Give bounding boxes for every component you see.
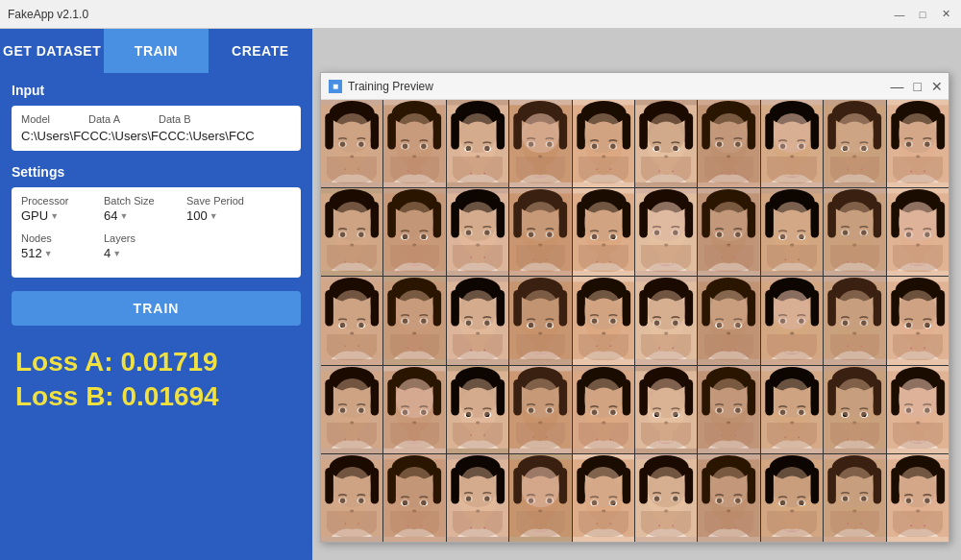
svg-rect-420: [827, 379, 836, 416]
svg-rect-421: [874, 379, 882, 416]
svg-rect-376: [577, 379, 585, 416]
tab-create[interactable]: CREATE: [209, 29, 312, 73]
train-button[interactable]: TRAIN: [12, 291, 301, 326]
svg-point-324: [904, 323, 913, 329]
nodes-dropdown-arrow[interactable]: ▼: [44, 249, 53, 258]
svg-point-257: [522, 299, 559, 344]
face-cell: [509, 100, 571, 187]
svg-rect-498: [685, 468, 694, 504]
svg-rect-222: [325, 290, 333, 327]
svg-point-139: [466, 231, 471, 235]
save-period-value: 100: [186, 208, 208, 223]
svg-rect-145: [513, 202, 522, 238]
svg-rect-212: [936, 202, 945, 238]
svg-point-127: [420, 233, 429, 239]
svg-rect-123: [388, 202, 397, 238]
svg-point-408: [769, 367, 814, 392]
svg-point-422: [836, 387, 874, 432]
svg-point-16: [402, 143, 410, 149]
svg-rect-343: [388, 379, 397, 416]
face-cell: [824, 277, 885, 364]
svg-point-130: [412, 244, 416, 247]
svg-rect-35: [513, 113, 522, 150]
svg-point-534: [860, 496, 869, 501]
face-cell: [824, 188, 885, 276]
input-path[interactable]: C:\Users\FCCC:\Users\FCCC:\Users\FCC: [21, 129, 291, 143]
svg-point-239: [422, 319, 427, 324]
svg-rect-453: [388, 468, 397, 504]
svg-point-436: [905, 407, 910, 412]
processor-dropdown-arrow[interactable]: ▼: [50, 211, 59, 221]
left-panel: GET DATASET TRAIN CREATE Input Model Dat…: [0, 29, 312, 560]
svg-point-301: [774, 299, 811, 344]
svg-rect-112: [325, 202, 333, 238]
layers-field: Layers 4 ▼: [104, 232, 171, 260]
face-cell: [887, 454, 949, 542]
minimize-button[interactable]: —: [892, 7, 907, 22]
svg-point-433: [899, 387, 936, 432]
svg-point-235: [396, 299, 433, 344]
svg-point-511: [716, 498, 725, 503]
svg-rect-351: [408, 431, 421, 442]
svg-point-1: [330, 101, 375, 126]
svg-rect-431: [891, 379, 899, 416]
svg-rect-461: [408, 520, 421, 530]
batch-size-dropdown-arrow[interactable]: ▼: [119, 211, 128, 221]
svg-point-320: [895, 278, 940, 303]
preview-close-button[interactable]: ✕: [931, 80, 943, 93]
svg-point-85: [799, 144, 803, 149]
input-box: Model Data A Data B C:\Users\FCCC:\Users…: [12, 106, 301, 151]
maximize-button[interactable]: □: [915, 7, 930, 22]
svg-point-17: [420, 143, 429, 149]
svg-point-61: [672, 145, 680, 151]
preview-controls: — □ ✕: [891, 80, 943, 93]
layers-dropdown-arrow[interactable]: ▼: [112, 249, 121, 258]
save-period-dropdown-arrow[interactable]: ▼: [209, 211, 218, 221]
svg-point-70: [710, 122, 748, 167]
svg-point-427: [852, 421, 856, 424]
tab-train[interactable]: TRAIN: [104, 29, 208, 73]
svg-point-315: [843, 321, 848, 326]
layers-value: 4: [104, 246, 111, 260]
svg-point-147: [522, 210, 559, 256]
svg-point-458: [403, 500, 407, 505]
svg-point-445: [338, 498, 347, 503]
svg-rect-409: [765, 379, 774, 416]
svg-point-501: [672, 496, 680, 501]
svg-point-221: [330, 278, 375, 303]
svg-rect-223: [371, 290, 380, 327]
svg-point-438: [916, 421, 920, 424]
svg-point-149: [546, 231, 554, 237]
svg-point-188: [769, 189, 814, 214]
svg-point-304: [780, 319, 785, 324]
svg-point-141: [476, 244, 480, 247]
preview-minimize-button[interactable]: —: [891, 80, 904, 93]
svg-point-249: [466, 321, 471, 326]
svg-point-367: [522, 387, 559, 432]
svg-point-31: [476, 155, 480, 158]
svg-rect-230: [346, 343, 358, 353]
svg-rect-189: [765, 202, 774, 238]
svg-point-405: [727, 421, 730, 424]
svg-point-540: [895, 455, 940, 480]
svg-point-375: [580, 367, 626, 392]
svg-point-477: [522, 475, 559, 521]
preview-icon: ■: [329, 80, 342, 93]
svg-rect-399: [748, 379, 756, 416]
svg-rect-47: [622, 113, 630, 150]
svg-point-67: [706, 101, 752, 126]
face-cell: [635, 100, 697, 187]
svg-point-270: [608, 318, 617, 324]
svg-point-523: [797, 499, 805, 505]
svg-rect-516: [723, 520, 735, 530]
svg-point-317: [852, 332, 856, 335]
svg-point-369: [546, 407, 554, 413]
batch-size-control: 64 ▼: [104, 208, 171, 223]
svg-point-72: [734, 141, 743, 147]
svg-rect-395: [660, 431, 673, 442]
preview-maximize-button[interactable]: □: [914, 80, 922, 93]
close-button[interactable]: ✕: [938, 7, 953, 22]
svg-point-40: [529, 141, 533, 146]
face-cell: [824, 366, 885, 453]
tab-get-dataset[interactable]: GET DATASET: [0, 29, 104, 73]
